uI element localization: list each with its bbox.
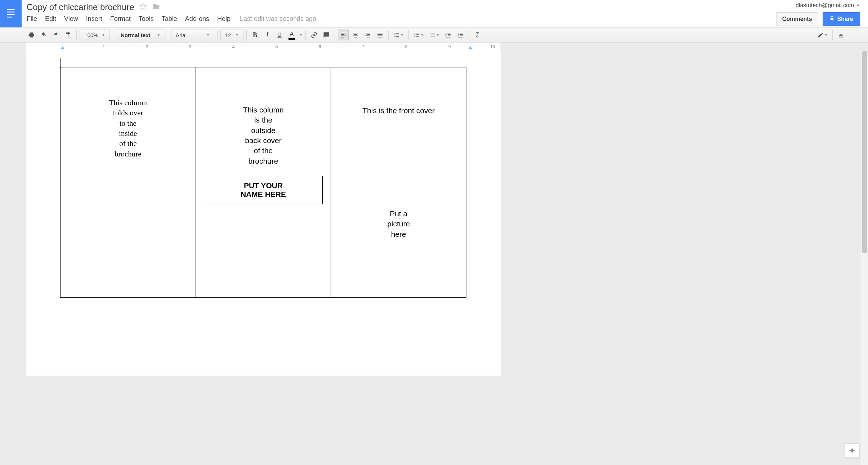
ruler-tick: 6 — [319, 44, 321, 49]
chevron-down-icon: ▼ — [436, 33, 439, 37]
pic-line: picture — [337, 219, 460, 229]
increase-indent-button[interactable] — [455, 30, 466, 40]
last-edit-label[interactable]: Last edit was seconds ago — [240, 15, 316, 23]
panel2-line: outside — [202, 125, 325, 136]
indent-marker-left[interactable] — [61, 46, 65, 49]
ruler-tick: 3 — [189, 44, 192, 49]
front-cover-label: This is the front cover — [337, 106, 460, 115]
scrollbar-thumb[interactable] — [862, 51, 867, 253]
panel1-line: This column — [67, 98, 189, 108]
align-justify-button[interactable] — [375, 30, 385, 40]
line-spacing-button[interactable]: ▼ — [392, 30, 406, 40]
menu-edit[interactable]: Edit — [45, 15, 56, 23]
menu-format[interactable]: Format — [110, 15, 131, 23]
chevron-down-icon: ▼ — [824, 33, 828, 37]
numbered-list-button[interactable]: ▼ — [412, 30, 426, 40]
document-canvas[interactable]: This column folds over to the inside of … — [0, 51, 868, 465]
ruler-tick: 10 — [490, 44, 495, 49]
panel2-line: of the — [202, 146, 325, 156]
pic-line: Put a — [337, 209, 460, 219]
svg-point-5 — [430, 35, 430, 35]
brochure-panel-inside-fold[interactable]: This column folds over to the inside of … — [61, 67, 196, 297]
svg-rect-1 — [7, 12, 15, 12]
panel2-line: This column — [202, 105, 325, 115]
panel1-line: brochure — [67, 149, 189, 159]
chevron-down-icon: ▼ — [856, 3, 860, 8]
header-right: dlastutech@gmail.com ▼ Comments Share — [776, 0, 868, 26]
menu-table[interactable]: Table — [162, 15, 177, 23]
insert-comment-button[interactable] — [321, 30, 332, 40]
brochure-panel-front-cover[interactable]: This is the front cover Put a picture he… — [331, 67, 466, 297]
decrease-indent-button[interactable] — [443, 30, 453, 40]
menu-view[interactable]: View — [64, 15, 78, 23]
chevron-down-icon: ▼ — [206, 33, 210, 37]
ruler-tick: 8 — [405, 44, 408, 49]
ruler[interactable]: 1 2 3 4 5 6 7 8 9 10 — [0, 43, 868, 51]
explore-button[interactable] — [845, 443, 859, 458]
zoom-select[interactable]: 100% ▼ — [80, 30, 110, 40]
paragraph-style-select[interactable]: Normal text ▼ — [116, 30, 165, 40]
pic-line: here — [337, 229, 460, 239]
panel2-line: is the — [202, 115, 325, 125]
share-button[interactable]: Share — [823, 12, 860, 26]
indent-marker-right[interactable] — [468, 46, 473, 49]
text-cursor — [61, 58, 61, 68]
align-right-button[interactable] — [362, 30, 373, 40]
star-icon[interactable] — [139, 3, 147, 12]
svg-rect-3 — [7, 17, 12, 17]
divider — [205, 172, 322, 172]
chevron-down-icon: ▼ — [157, 33, 160, 37]
undo-button[interactable] — [38, 30, 49, 40]
text-color-button[interactable]: A — [286, 30, 297, 40]
clear-formatting-button[interactable] — [472, 30, 483, 40]
brochure-table[interactable]: This column folds over to the inside of … — [60, 67, 466, 298]
insert-link-button[interactable] — [309, 30, 319, 40]
brochure-panel-back-cover[interactable]: This column is the outside back cover of… — [196, 67, 331, 297]
panel2-line: brochure — [202, 156, 325, 166]
collapse-toolbar-button[interactable] — [836, 30, 846, 40]
font-value: Arial — [176, 32, 187, 38]
svg-point-6 — [430, 36, 430, 37]
menu-file[interactable]: File — [27, 15, 37, 23]
comments-button[interactable]: Comments — [776, 12, 818, 26]
panel2-line: back cover — [202, 136, 325, 146]
document-title[interactable]: Copy of chiccarine brochure — [27, 2, 134, 12]
panel1-line: inside — [67, 128, 189, 138]
toolbar: 100% ▼ Normal text ▼ Arial ▼ 12 ▼ B I U … — [0, 27, 868, 43]
align-left-button[interactable] — [338, 30, 349, 40]
redo-button[interactable] — [50, 30, 61, 40]
align-center-button[interactable] — [350, 30, 361, 40]
menu-help[interactable]: Help — [217, 15, 231, 23]
svg-rect-0 — [7, 9, 15, 10]
menu-tools[interactable]: Tools — [139, 15, 154, 23]
chevron-down-icon[interactable]: ▼ — [299, 33, 303, 37]
name-line: NAME HERE — [208, 190, 319, 199]
page[interactable]: This column folds over to the inside of … — [26, 51, 501, 376]
menu-addons[interactable]: Add-ons — [185, 15, 209, 23]
editing-mode-button[interactable]: ▼ — [815, 30, 829, 40]
bold-button[interactable]: B — [250, 30, 260, 40]
print-button[interactable] — [26, 30, 37, 40]
name-placeholder-box[interactable]: PUT YOUR NAME HERE — [204, 176, 323, 204]
menu-insert[interactable]: Insert — [86, 15, 102, 23]
lock-icon — [829, 16, 835, 22]
italic-button[interactable]: I — [262, 30, 273, 40]
ruler-tick: 7 — [362, 44, 364, 49]
vertical-scrollbar[interactable] — [861, 51, 868, 465]
account-email: dlastutech@gmail.com — [796, 2, 854, 9]
font-select[interactable]: Arial ▼ — [171, 30, 214, 40]
paint-format-button[interactable] — [63, 30, 73, 40]
bulleted-list-button[interactable]: ▼ — [427, 30, 441, 40]
panel1-line: folds over — [67, 108, 189, 118]
font-size-select[interactable]: 12 ▼ — [220, 30, 243, 40]
docs-logo[interactable] — [0, 0, 22, 27]
ruler-tick: 9 — [448, 44, 451, 49]
picture-placeholder[interactable]: Put a picture here — [337, 209, 460, 239]
svg-rect-2 — [7, 14, 15, 15]
chevron-down-icon: ▼ — [421, 33, 424, 37]
underline-button[interactable]: U — [274, 30, 285, 40]
share-label: Share — [837, 16, 853, 22]
account-switcher[interactable]: dlastutech@gmail.com ▼ — [796, 2, 860, 9]
font-size-value: 12 — [225, 32, 231, 38]
folder-icon[interactable] — [152, 3, 160, 12]
